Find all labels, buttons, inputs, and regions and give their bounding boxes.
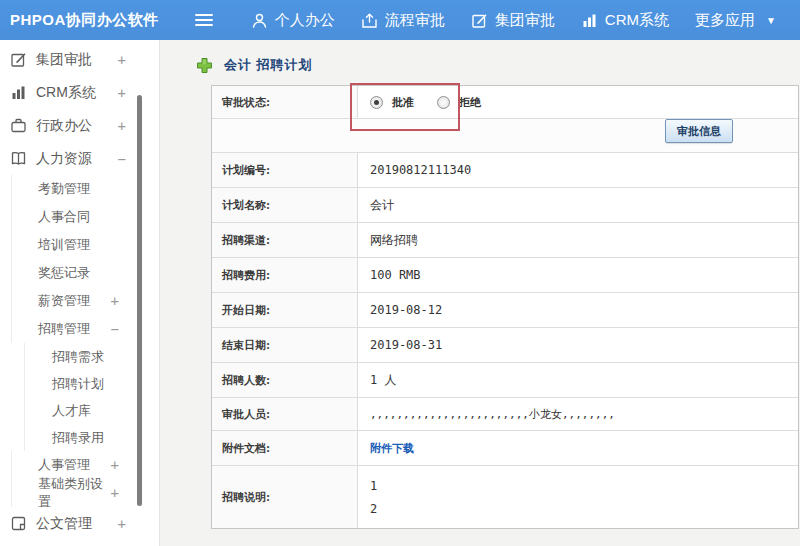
nav-personal-office[interactable]: 个人办公 (251, 11, 335, 30)
radio-approve[interactable] (370, 96, 383, 109)
row-value: ,,,,,,,,,,,,,,,,,,,,,,,,小龙女,,,,,,,, (358, 398, 798, 430)
sidebar-item-official-doc[interactable]: 公文管理 + (0, 507, 159, 540)
row-value: 20190812111340 (358, 153, 798, 187)
form-row-headcount: 招聘人数: 1 人 (212, 363, 798, 398)
nav-crm-system[interactable]: CRM系统 (581, 11, 669, 30)
row-label: 开始日期: (212, 293, 358, 327)
expand-icon[interactable]: − (118, 151, 126, 167)
sidebar: 集团审批 + CRM系统 + 行政办公 + 人力资源 − 考勤管理 人事合同 培… (0, 40, 160, 546)
row-value: 100 RMB (358, 258, 798, 292)
topbar: PHPOA协同办公软件 个人办公 流程审批 集团审批 CRM系统 (0, 0, 800, 40)
form-row-channel: 招聘渠道: 网络招聘 (212, 223, 798, 258)
sidebar-item-admin-office[interactable]: 行政办公 + (0, 109, 159, 142)
form-row-approvers: 审批人员: ,,,,,,,,,,,,,,,,,,,,,,,,小龙女,,,,,,,… (212, 398, 798, 431)
expand-icon[interactable]: + (111, 457, 119, 473)
bar-chart-icon (581, 12, 598, 29)
radio-reject-label: 拒绝 (459, 95, 481, 110)
status-radio-group: 批准 拒绝 (370, 95, 495, 110)
expand-icon[interactable]: + (118, 118, 126, 134)
form-row-fee: 招聘费用: 100 RMB (212, 258, 798, 293)
expand-icon[interactable]: − (111, 321, 119, 337)
form-row-start-date: 开始日期: 2019-08-12 (212, 293, 798, 328)
expand-icon[interactable]: + (118, 85, 126, 101)
edit-square-icon (10, 51, 27, 68)
top-nav: 个人办公 流程审批 集团审批 CRM系统 更多应用 ▼ (225, 11, 776, 30)
approve-info-button[interactable]: 审批信息 (665, 119, 733, 143)
row-value: 1 2 (358, 466, 798, 528)
row-label: 审批状态: (212, 86, 358, 118)
row-label: 招聘费用: (212, 258, 358, 292)
sidebar-item-crm[interactable]: CRM系统 + (0, 76, 159, 109)
hamburger-menu-icon[interactable] (195, 14, 213, 26)
page-title: 会计 招聘计划 (196, 56, 313, 74)
main-content: 会计 招聘计划 审批状态: 批准 拒绝 审批信息 计划编号: 201908121… (161, 40, 800, 546)
radio-approve-label: 批准 (392, 95, 414, 110)
nav-label: 个人办公 (275, 11, 335, 30)
row-label: 计划名称: (212, 188, 358, 222)
briefcase-icon (10, 117, 27, 134)
nav-group-approval[interactable]: 集团审批 (471, 11, 555, 30)
sidebar-item-hr[interactable]: 人力资源 − (0, 142, 159, 175)
row-label: 招聘说明: (212, 466, 358, 528)
expand-icon[interactable]: + (111, 485, 119, 501)
expand-icon[interactable]: + (118, 516, 126, 532)
form-row-plan-number: 计划编号: 20190812111340 (212, 153, 798, 188)
form-row-description: 招聘说明: 1 2 (212, 466, 798, 528)
row-value: 2019-08-31 (358, 328, 798, 362)
row-value: 1 人 (358, 363, 798, 397)
recruit-plan-form: 审批状态: 批准 拒绝 审批信息 计划编号: 20190812111340 计划… (211, 85, 799, 529)
nav-process-approval[interactable]: 流程审批 (361, 11, 445, 30)
form-row-attachment: 附件文档: 附件下载 (212, 431, 798, 466)
attachment-download-link[interactable]: 附件下载 (370, 441, 414, 456)
expand-icon[interactable]: + (111, 293, 119, 309)
document-icon (10, 515, 27, 532)
form-row-end-date: 结束日期: 2019-08-31 (212, 328, 798, 363)
row-label: 招聘人数: (212, 363, 358, 397)
edit-square-icon (471, 12, 488, 29)
bar-chart-icon (10, 84, 27, 101)
nav-label: 集团审批 (495, 11, 555, 30)
process-icon (361, 12, 378, 29)
nav-label: CRM系统 (605, 11, 669, 30)
form-row-plan-name: 计划名称: 会计 (212, 188, 798, 223)
caret-down-icon: ▼ (766, 15, 776, 26)
row-label: 结束日期: (212, 328, 358, 362)
row-label: 审批人员: (212, 398, 358, 430)
book-icon (10, 150, 27, 167)
nav-label: 流程审批 (385, 11, 445, 30)
form-row-button: 审批信息 (212, 119, 798, 153)
row-label: 计划编号: (212, 153, 358, 187)
green-plus-icon (196, 57, 213, 74)
row-value: 会计 (358, 188, 798, 222)
row-value: 网络招聘 (358, 223, 798, 257)
sidebar-scrollbar[interactable] (137, 95, 142, 506)
nav-more-apps[interactable]: 更多应用 ▼ (695, 11, 776, 30)
expand-icon[interactable]: + (118, 52, 126, 68)
sidebar-item-vehicle[interactable]: 用车管理 + (0, 540, 159, 546)
row-value: 2019-08-12 (358, 293, 798, 327)
row-label: 招聘渠道: (212, 223, 358, 257)
app-logo: PHPOA协同办公软件 (10, 11, 159, 30)
radio-reject[interactable] (437, 96, 450, 109)
form-row-status: 审批状态: 批准 拒绝 (212, 86, 798, 119)
nav-label: 更多应用 (695, 11, 755, 30)
user-icon (251, 12, 268, 29)
sidebar-item-group-approval[interactable]: 集团审批 + (0, 43, 159, 76)
row-label: 附件文档: (212, 431, 358, 465)
